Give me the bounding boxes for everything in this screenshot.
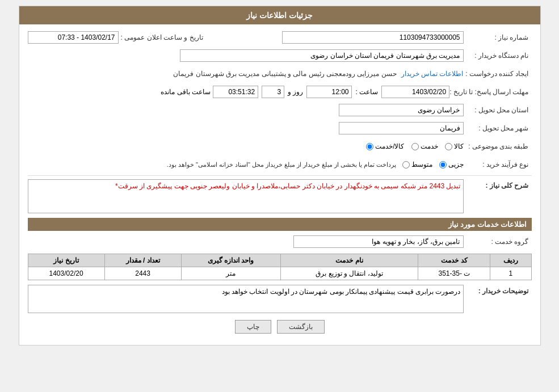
buyer-org-field: مدیریت برق شهرستان فریمان استان خراسان ر… (180, 49, 464, 62)
city-value: فریمان (440, 124, 460, 132)
row-category: طبقه بندی موضوعی : کالا خدمت کالا/خدمت (28, 139, 532, 154)
row-deadline: مهلت ارسال پاسخ: تا تاریخ : 1403/02/20 س… (28, 85, 532, 99)
row-creator: ایجاد کننده درخواست : اطلاعات تماس خریدا… (28, 66, 532, 81)
cell-quantity: 2443 (104, 267, 181, 280)
purchase-type-note: پرداخت تمام یا بخشی از مبلغ خریدار از مب… (28, 161, 397, 168)
need-number-field: 1103094733000005 (282, 31, 464, 44)
need-desc-text: تبدیل 2443 متر شبکه سیمی به خودنگهدار در… (115, 182, 460, 190)
province-value: خراسان رضوی (418, 106, 460, 114)
deadline-remaining-value: 03:51:32 (228, 88, 255, 96)
category-option-khedmat-label: خدمت (421, 142, 438, 150)
purchase-type-radio-motavasset[interactable] (402, 161, 410, 168)
need-number-value: 1103094733000005 (400, 33, 460, 41)
deadline-remaining-label: ساعت باقی مانده (161, 88, 211, 96)
category-radio-kala[interactable] (445, 143, 452, 150)
category-option-kala-label: کالا (454, 142, 464, 150)
province-field: خراسان رضوی (339, 104, 464, 116)
deadline-days-value: 3 (277, 88, 281, 96)
deadline-label: مهلت ارسال پاسخ: تا تاریخ : (449, 88, 531, 96)
row-buyer-notes: توضیحات خریدار : درصورت برابری قیمت پیشن… (28, 285, 532, 313)
content-area: شماره نیاز : 1103094733000005 تاریخ و سا… (19, 24, 540, 345)
divider-1 (28, 175, 532, 176)
category-option-kala-khedmat[interactable]: کالا/خدمت (366, 142, 404, 150)
page-header: جزئیات اطلاعات نیاز (19, 6, 540, 24)
purchase-type-jozii[interactable]: جزیی (439, 161, 464, 168)
print-button[interactable]: چاپ (235, 320, 271, 334)
deadline-time-field: 12:00 (306, 86, 352, 98)
services-section-title: اطلاعات خدمات مورد نیاز (448, 220, 527, 229)
col-quantity: تعداد / مقدار (104, 254, 181, 267)
services-table: ردیف کد خدمت نام خدمت واحد اندازه گیری ت… (28, 254, 532, 280)
col-date: تاریخ نیاز (28, 254, 104, 267)
need-number-label: شماره نیاز : (464, 33, 532, 41)
buyer-notes-field: درصورت برابری قیمت پیشنهادی پیمانکار بوم… (28, 285, 464, 313)
announcement-date-value: 1403/02/17 - 07:33 (58, 33, 115, 41)
category-label: طبقه بندی موضوعی : (464, 142, 532, 150)
deadline-days-label: روز و (288, 88, 303, 96)
col-row-num: ردیف (490, 254, 531, 267)
table-header-row: ردیف کد خدمت نام خدمت واحد اندازه گیری ت… (28, 254, 531, 267)
category-radio-group: کالا خدمت کالا/خدمت (366, 142, 463, 150)
category-radio-khedmat[interactable] (411, 143, 419, 150)
city-label: شهر محل تحویل : (464, 124, 532, 132)
deadline-time-label: ساعت : (355, 88, 378, 96)
purchase-type-label: نوع فرآیند خرید : (464, 161, 532, 168)
back-button[interactable]: بازگشت (277, 320, 325, 334)
purchase-type-radio-group: جزیی متوسط (402, 161, 464, 168)
category-option-kala[interactable]: کالا (445, 142, 464, 150)
creator-link[interactable]: اطلاعات تماس خریدار (401, 70, 464, 78)
service-group-value: تامین برق، گاز، بخار و تهویه هوا (372, 238, 460, 246)
deadline-days-field: 3 (262, 86, 284, 98)
announcement-date-field: 1403/02/17 - 07:33 (28, 31, 119, 44)
cell-unit: متر (181, 267, 280, 280)
row-purchase-type: نوع فرآیند خرید : جزیی متوسط پرداخت تمام… (28, 157, 532, 172)
city-field: فریمان (339, 122, 464, 134)
page-wrapper: جزئیات اطلاعات نیاز شماره نیاز : 1103094… (0, 0, 559, 392)
need-desc-box: تبدیل 2443 متر شبکه سیمی به خودنگهدار در… (28, 179, 464, 213)
cell-service_name: تولید، انتقال و توزیع برق (280, 267, 418, 280)
need-desc-label: شرح کلی نیاز : (464, 179, 532, 189)
deadline-date-field: 1403/02/20 (381, 86, 449, 98)
province-label: استان محل تحویل : (464, 106, 532, 114)
buyer-notes-label: توضیحات خریدار : (464, 285, 532, 295)
cell-date: 1403/02/20 (28, 267, 104, 280)
deadline-date-value: 1403/02/20 (412, 88, 446, 96)
main-container: جزئیات اطلاعات نیاز شماره نیاز : 1103094… (19, 6, 541, 345)
buyer-notes-text: درصورت برابری قیمت پیشنهادی پیمانکار بوم… (222, 288, 461, 296)
services-table-wrapper: ردیف کد خدمت نام خدمت واحد اندازه گیری ت… (28, 254, 532, 280)
creator-value: حسن میرزایی رودمعجنی رئیس مالی و پشتیبان… (173, 70, 396, 78)
category-option-khedmat[interactable]: خدمت (411, 142, 438, 150)
creator-label: ایجاد کننده درخواست : (464, 70, 532, 78)
service-group-field: تامین برق، گاز، بخار و تهویه هوا (293, 235, 464, 248)
page-title: جزئیات اطلاعات نیاز (246, 11, 313, 20)
services-section-header: اطلاعات خدمات مورد نیاز (28, 218, 532, 231)
buyer-org-value: مدیریت برق شهرستان فریمان استان خراسان ر… (310, 52, 460, 60)
row-need-number: شماره نیاز : 1103094733000005 تاریخ و سا… (28, 30, 532, 45)
category-radio-kala-khedmat[interactable] (366, 143, 373, 150)
button-row: بازگشت چاپ (28, 320, 532, 334)
row-buyer-org: نام دستگاه خریدار : مدیریت برق شهرستان ف… (28, 48, 532, 63)
deadline-remaining-field: 03:51:32 (213, 86, 258, 98)
row-service-group: گروه خدمت : تامین برق، گاز، بخار و تهویه… (28, 234, 532, 249)
row-need-desc: شرح کلی نیاز : تبدیل 2443 متر شبکه سیمی … (28, 179, 532, 213)
col-unit: واحد اندازه گیری (181, 254, 280, 267)
purchase-type-jozii-label: جزیی (448, 161, 464, 168)
col-service-code: کد خدمت (418, 254, 490, 267)
purchase-type-motavasset-label: متوسط (411, 161, 432, 168)
announcement-label: تاریخ و ساعت اعلان عمومی : (119, 33, 206, 41)
purchase-type-radio-jozii[interactable] (439, 161, 447, 168)
buyer-org-label: نام دستگاه خریدار : (464, 52, 532, 60)
service-group-label: گروه خدمت : (464, 238, 532, 246)
table-row: 1ت -35-351تولید، انتقال و توزیع برقمتر24… (28, 267, 531, 280)
purchase-type-motavasset[interactable]: متوسط (402, 161, 432, 168)
category-option-kala-khedmat-label: کالا/خدمت (375, 142, 404, 150)
cell-service_code: ت -35-351 (418, 267, 490, 280)
cell-row_num: 1 (490, 267, 531, 280)
row-province: استان محل تحویل : خراسان رضوی (28, 103, 532, 117)
col-service-name: نام خدمت (280, 254, 418, 267)
deadline-time-value: 12:00 (331, 88, 348, 96)
row-city: شهر محل تحویل : فریمان (28, 121, 532, 136)
